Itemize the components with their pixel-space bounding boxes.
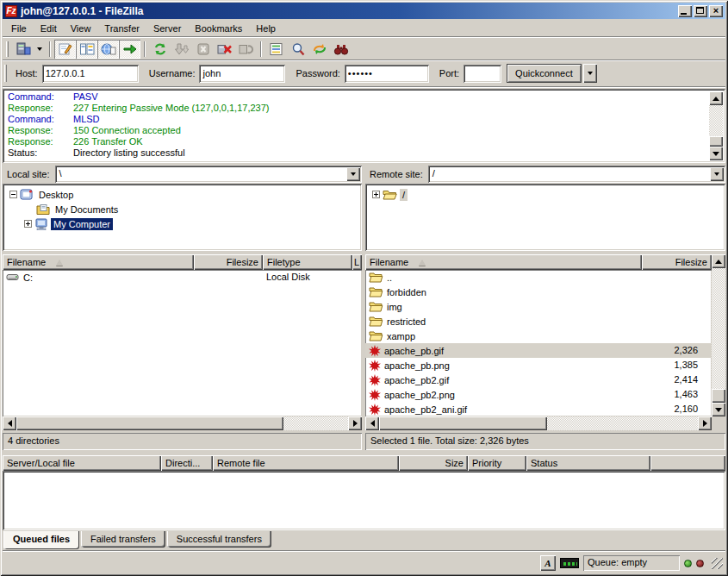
scroll-left-button[interactable]	[365, 416, 379, 430]
file-row-local-c-drive[interactable]: C: Local Disk	[3, 270, 362, 285]
remote-site-combo[interactable]: /	[428, 166, 725, 183]
file-row[interactable]: apache_pb.png 1,385	[365, 358, 712, 373]
refresh-button[interactable]	[149, 40, 171, 59]
scrollbar-thumb[interactable]	[712, 389, 725, 403]
toggle-remote-tree-button[interactable]	[97, 40, 119, 59]
title-bar[interactable]: Fz john@127.0.0.1 - FileZilla ×	[3, 3, 725, 19]
column-header-filesize[interactable]: Filesize	[642, 254, 712, 270]
scroll-up-button[interactable]	[712, 254, 725, 268]
column-header-direction[interactable]: Directi...	[161, 455, 213, 471]
find-files-button[interactable]	[330, 40, 352, 59]
scrollbar-track[interactable]	[283, 416, 348, 430]
quickconnect-button[interactable]: Quickconnect	[507, 64, 582, 83]
menu-server[interactable]: Server	[146, 22, 188, 35]
log-label: Status:	[8, 147, 73, 159]
menu-file[interactable]: File	[4, 22, 34, 35]
collapse-icon[interactable]	[9, 191, 17, 198]
directory-comparison-button[interactable]	[287, 40, 308, 59]
scrollbar-track[interactable]	[709, 105, 723, 136]
toggle-local-tree-button[interactable]	[76, 40, 97, 59]
scroll-left-button[interactable]	[3, 416, 16, 430]
disconnect-button[interactable]	[214, 40, 235, 59]
dir-row[interactable]: img	[365, 299, 712, 314]
quickbar-grip[interactable]	[4, 65, 7, 82]
toolbar-grip[interactable]	[6, 41, 9, 57]
tree-item-root[interactable]: /	[365, 187, 725, 202]
dir-row[interactable]: forbidden	[365, 285, 712, 299]
file-row[interactable]: apache_pb2_ani.gif 2,160	[365, 402, 712, 416]
scrollbar-thumb[interactable]	[379, 416, 547, 430]
file-row[interactable]: apache_pb2.gif 2,414	[365, 373, 712, 387]
site-manager-dropdown[interactable]	[34, 40, 46, 59]
port-input[interactable]	[464, 65, 501, 83]
menu-transfer[interactable]: Transfer	[97, 22, 146, 35]
toggle-log-button[interactable]	[54, 40, 76, 59]
dir-row[interactable]: xampp	[365, 329, 712, 343]
local-hscrollbar[interactable]	[3, 416, 362, 431]
filter-button[interactable]	[265, 40, 287, 59]
tab-queued-files[interactable]: Queued files	[3, 531, 79, 549]
expand-icon[interactable]	[372, 191, 380, 198]
close-button[interactable]: ×	[709, 5, 723, 17]
dir-row[interactable]: restricted	[365, 314, 712, 329]
tab-successful-transfers[interactable]: Successful transfers	[167, 531, 271, 548]
menu-edit[interactable]: Edit	[34, 22, 64, 35]
scrollbar-thumb[interactable]	[709, 136, 723, 147]
quickconnect-dropdown[interactable]	[583, 64, 597, 83]
local-site-dropdown[interactable]	[346, 167, 360, 181]
expand-icon[interactable]	[24, 220, 32, 228]
password-input[interactable]	[345, 65, 429, 83]
maximize-button[interactable]	[694, 5, 707, 17]
resize-grip-icon[interactable]	[712, 558, 723, 569]
file-row[interactable]: apache_pb2.png 1,463	[365, 387, 712, 402]
remote-vscrollbar[interactable]	[712, 254, 725, 416]
tree-item-my-computer[interactable]: My Computer	[3, 216, 362, 231]
username-input[interactable]	[199, 65, 285, 83]
arrow-right-icon	[353, 420, 358, 427]
minimize-button[interactable]	[678, 5, 692, 17]
synchronized-browsing-button[interactable]	[308, 40, 330, 59]
remote-hscrollbar[interactable]	[365, 416, 712, 431]
log-label: Response:	[8, 103, 73, 114]
column-header-filename[interactable]: Filename	[3, 254, 194, 270]
image-file-icon	[369, 374, 381, 386]
column-header-filetype[interactable]: Filetype	[263, 254, 352, 270]
column-header-status[interactable]: Status	[526, 455, 650, 471]
file-row-selected[interactable]: apache_pb.gif 2,326	[365, 343, 712, 358]
scrollbar-track[interactable]	[547, 416, 698, 430]
scroll-down-button[interactable]	[712, 403, 725, 416]
menu-help[interactable]: Help	[249, 22, 283, 35]
quickconnect-button-label: Quickconnect	[515, 68, 573, 78]
column-header-priority[interactable]: Priority	[468, 455, 526, 471]
menu-view[interactable]: View	[64, 22, 98, 35]
tree-item-desktop[interactable]: Desktop	[3, 187, 362, 202]
scroll-right-button[interactable]	[348, 416, 362, 430]
column-header-lastmodified[interactable]: L	[352, 254, 362, 270]
pane-splitter[interactable]	[362, 166, 365, 450]
scroll-right-button[interactable]	[698, 416, 712, 430]
status-bar: A Queue: empty	[3, 553, 725, 573]
tab-failed-transfers[interactable]: Failed transfers	[81, 531, 165, 548]
speed-limit-icon[interactable]	[560, 558, 579, 568]
column-header-filename[interactable]: Filename	[365, 254, 642, 270]
host-input[interactable]	[42, 65, 139, 83]
log-scrollbar[interactable]	[709, 91, 723, 160]
dir-row[interactable]: ..	[365, 270, 712, 285]
column-header-server-local-file[interactable]: Server/Local file	[3, 455, 161, 471]
scrollbar-thumb[interactable]	[16, 416, 283, 430]
scroll-up-button[interactable]	[709, 91, 723, 105]
tree-item-my-documents[interactable]: My Documents	[3, 202, 362, 216]
column-header-filesize[interactable]: Filesize	[194, 254, 263, 270]
file-name: C:	[23, 272, 33, 283]
local-site-combo[interactable]: \	[55, 166, 362, 183]
transfer-type-indicator[interactable]: A	[540, 555, 556, 571]
scrollbar-track[interactable]	[712, 268, 725, 389]
menu-bookmarks[interactable]: Bookmarks	[188, 22, 249, 35]
toggle-queue-button[interactable]	[119, 40, 140, 59]
remote-site-dropdown[interactable]	[710, 167, 724, 181]
column-header-remote-file[interactable]: Remote file	[213, 455, 399, 471]
scroll-down-button[interactable]	[709, 147, 723, 160]
site-manager-button[interactable]	[12, 40, 34, 59]
message-log-icon	[58, 42, 73, 56]
column-header-size[interactable]: Size	[399, 455, 468, 471]
